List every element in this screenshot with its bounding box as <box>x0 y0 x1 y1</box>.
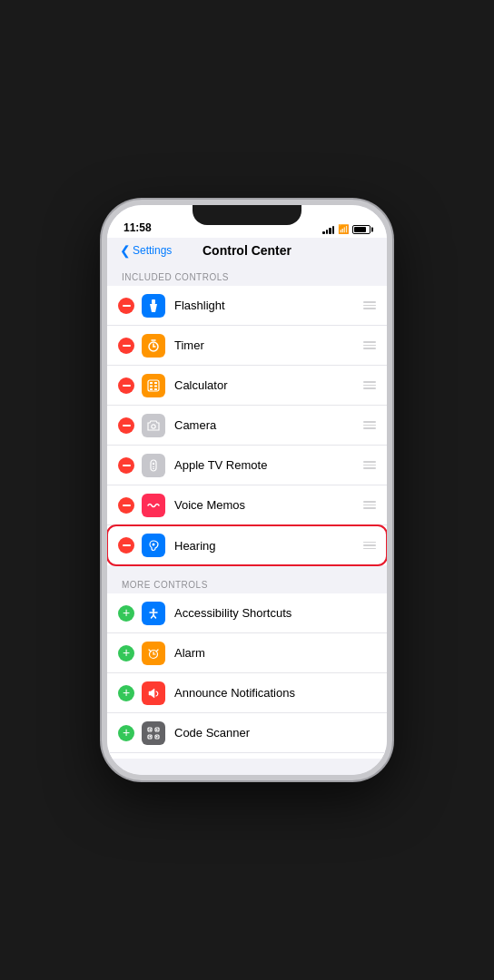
svg-rect-33 <box>150 729 152 730</box>
svg-line-27 <box>149 650 151 652</box>
svg-rect-17 <box>153 468 154 469</box>
svg-point-13 <box>152 424 155 427</box>
remove-hearing-button[interactable] <box>118 537 134 554</box>
svg-rect-7 <box>150 382 153 384</box>
add-accessibility-shortcuts-button[interactable] <box>118 605 134 622</box>
list-item-code-scanner[interactable]: Code Scanner <box>107 713 387 753</box>
svg-rect-10 <box>154 385 157 387</box>
drag-handle-calculator[interactable] <box>363 381 376 389</box>
drag-handle-flashlight[interactable] <box>363 301 376 309</box>
voice-memos-icon <box>142 494 165 517</box>
content-scroll[interactable]: INCLUDED CONTROLS Flashlight <box>107 263 387 759</box>
list-item-hearing[interactable]: Hearing <box>107 525 387 565</box>
svg-rect-6 <box>148 380 159 391</box>
svg-rect-34 <box>156 729 158 730</box>
svg-rect-9 <box>150 385 153 387</box>
included-controls-header: INCLUDED CONTROLS <box>107 263 387 286</box>
announce-notifications-label: Announce Notifications <box>174 686 376 700</box>
add-code-scanner-button[interactable] <box>118 725 134 741</box>
svg-line-23 <box>153 615 156 618</box>
list-item-calculator[interactable]: Calculator <box>107 366 387 406</box>
flashlight-icon <box>142 294 165 318</box>
back-label: Settings <box>133 244 172 257</box>
accessibility-shortcuts-icon <box>142 602 165 625</box>
status-time: 11:58 <box>124 221 152 234</box>
drag-handle-timer[interactable] <box>363 341 376 349</box>
list-item-appletv-remote[interactable]: Apple TV Remote <box>107 446 387 485</box>
hearing-label: Hearing <box>174 539 363 553</box>
voice-memos-label: Voice Memos <box>174 498 363 512</box>
remove-voice-memos-button[interactable] <box>118 497 134 514</box>
phone-frame: 11:58 📶 ❮ Settings Control Center <box>102 200 392 780</box>
list-item-camera[interactable]: Camera <box>107 406 387 446</box>
alarm-icon <box>142 642 165 665</box>
back-button[interactable]: ❮ Settings <box>120 243 172 258</box>
remove-camera-button[interactable] <box>118 417 134 434</box>
add-alarm-button[interactable] <box>118 645 134 662</box>
list-item-dark-mode[interactable]: Dark Mode <box>107 753 387 759</box>
timer-icon <box>142 334 165 358</box>
remove-calculator-button[interactable] <box>118 377 134 394</box>
drag-handle-hearing[interactable] <box>363 542 376 550</box>
svg-rect-35 <box>150 736 152 738</box>
remove-appletv-remote-button[interactable] <box>118 457 134 474</box>
page-title: Control Center <box>203 243 291 258</box>
list-item-timer[interactable]: Timer <box>107 326 387 366</box>
remove-timer-button[interactable] <box>118 338 134 354</box>
list-item-announce-notifications[interactable]: Announce Notifications <box>107 673 387 713</box>
list-item-accessibility-shortcuts[interactable]: Accessibility Shortcuts <box>107 593 387 633</box>
chevron-left-icon: ❮ <box>120 243 131 258</box>
code-scanner-label: Code Scanner <box>174 726 376 740</box>
svg-point-15 <box>153 462 154 464</box>
svg-rect-0 <box>152 299 155 304</box>
calculator-icon <box>142 374 165 397</box>
phone-notch <box>193 205 301 225</box>
status-icons: 📶 <box>322 224 370 234</box>
accessibility-shortcuts-label: Accessibility Shortcuts <box>174 606 376 620</box>
calculator-label: Calculator <box>174 378 363 392</box>
camera-label: Camera <box>174 418 363 432</box>
list-item-alarm[interactable]: Alarm <box>107 633 387 673</box>
appletv-remote-label: Apple TV Remote <box>174 458 363 472</box>
svg-line-28 <box>156 650 158 652</box>
svg-rect-8 <box>154 382 157 384</box>
add-announce-notifications-button[interactable] <box>118 685 134 701</box>
announce-notifications-icon <box>142 681 165 705</box>
battery-icon <box>352 225 370 234</box>
more-controls-list: Accessibility Shortcuts Alar <box>107 593 387 759</box>
alarm-label: Alarm <box>174 646 376 660</box>
svg-rect-16 <box>153 466 154 467</box>
svg-rect-11 <box>150 388 153 390</box>
hearing-icon <box>142 534 165 557</box>
svg-rect-14 <box>151 460 156 471</box>
flashlight-label: Flashlight <box>174 299 363 312</box>
more-controls-header: MORE CONTROLS <box>107 571 387 593</box>
drag-handle-appletv-remote[interactable] <box>363 461 376 469</box>
svg-rect-36 <box>156 736 158 738</box>
svg-marker-1 <box>150 304 157 312</box>
svg-rect-12 <box>154 388 157 390</box>
phone-screen: 11:58 📶 ❮ Settings Control Center <box>107 205 387 775</box>
signal-icon <box>322 225 334 234</box>
drag-handle-camera[interactable] <box>363 421 376 429</box>
included-controls-list: Flashlight <box>107 286 387 565</box>
wifi-icon: 📶 <box>338 224 349 234</box>
code-scanner-icon <box>142 721 165 745</box>
list-item-flashlight[interactable]: Flashlight <box>107 286 387 326</box>
appletv-remote-icon <box>142 454 165 477</box>
camera-icon <box>142 414 165 437</box>
remove-flashlight-button[interactable] <box>118 298 134 314</box>
timer-label: Timer <box>174 338 363 352</box>
drag-handle-voice-memos[interactable] <box>363 501 376 509</box>
svg-point-18 <box>153 544 155 546</box>
list-item-voice-memos[interactable]: Voice Memos <box>107 485 387 525</box>
navigation-bar: ❮ Settings Control Center <box>107 238 387 263</box>
